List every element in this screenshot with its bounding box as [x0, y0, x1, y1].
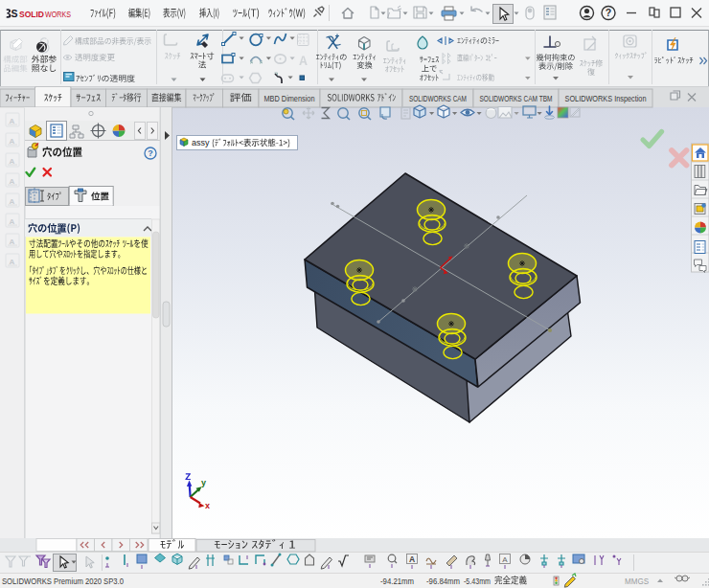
svg-text:SOLIDWORKS CAM TBM: SOLIDWORKS CAM TBM: [480, 94, 553, 103]
svg-text:A: A: [10, 258, 15, 266]
svg-text:A: A: [10, 217, 15, 226]
svg-text:SOLIDWORKS CAM: SOLIDWORKS CAM: [409, 94, 467, 103]
svg-text:SOLIDWORKS Premium 2020 SP3.0: SOLIDWORKS Premium 2020 SP3.0: [2, 576, 124, 586]
svg-text:-94.21mm: -94.21mm: [380, 576, 414, 586]
svg-text:x: x: [205, 501, 210, 510]
svg-text:WORKS: WORKS: [45, 10, 71, 19]
svg-text:?: ?: [606, 7, 611, 18]
svg-text:-5.43mm: -5.43mm: [464, 576, 491, 586]
svg-text:y: y: [201, 478, 206, 487]
svg-text:A: A: [10, 117, 15, 125]
svg-text:A: A: [10, 197, 15, 206]
svg-text:A: A: [10, 137, 15, 146]
svg-text:SOLID: SOLID: [19, 10, 44, 19]
svg-text:?: ?: [148, 148, 153, 158]
svg-text:assy: assy: [192, 138, 210, 147]
svg-text:A: A: [409, 554, 415, 564]
svg-text:A: A: [10, 177, 15, 186]
svg-text:A: A: [10, 157, 15, 166]
svg-text:S: S: [11, 8, 18, 19]
svg-text:SOLIDWORKS Inspection: SOLIDWORKS Inspection: [565, 94, 647, 103]
svg-text:-96.84mm: -96.84mm: [426, 576, 460, 586]
svg-text:MMGS: MMGS: [625, 576, 649, 586]
svg-text:MBD Dimension: MBD Dimension: [264, 94, 315, 103]
svg-text:A: A: [502, 555, 508, 564]
svg-text:A: A: [10, 237, 15, 246]
